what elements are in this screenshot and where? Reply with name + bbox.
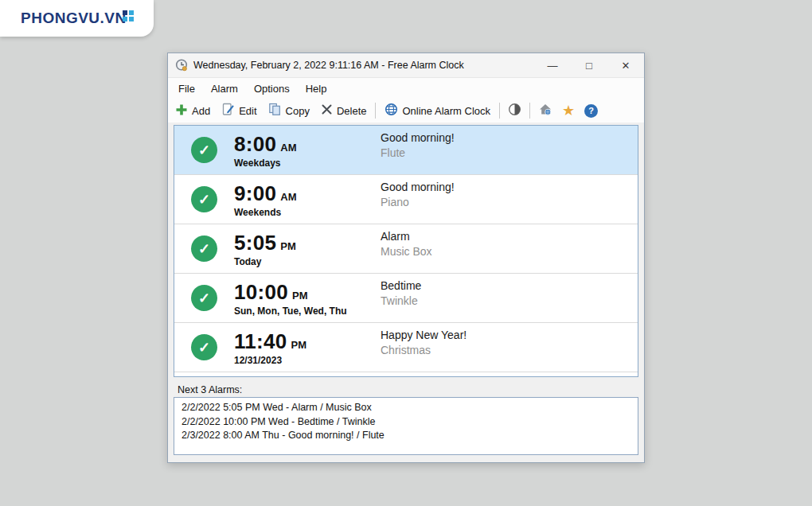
- alarm-info-block: Bedtime Twinkle: [381, 274, 421, 307]
- alarm-time-block: 5:05 PM Today: [234, 231, 338, 267]
- alarm-sound: Piano: [381, 196, 455, 208]
- alarm-schedule: Weekdays: [234, 158, 338, 169]
- alarm-row[interactable]: ✓ 5:05 PM Today Alarm Music Box: [174, 224, 638, 274]
- edit-button[interactable]: Edit: [216, 101, 262, 120]
- star-icon: ★: [562, 103, 575, 118]
- alarm-label: Bedtime: [381, 279, 421, 292]
- help-icon: ?: [584, 104, 598, 118]
- edit-icon: [221, 103, 235, 119]
- alarm-time-block: 11:40 PM 12/31/2023: [234, 329, 338, 366]
- toolbar-separator: [529, 103, 530, 119]
- alarm-time: 5:05: [234, 231, 276, 255]
- globe-icon: [385, 103, 398, 119]
- toolbar-separator: [375, 103, 376, 119]
- menu-help[interactable]: Help: [298, 83, 335, 95]
- logo-squares-icon: [123, 10, 134, 21]
- alarm-schedule: 12/31/2023: [234, 355, 338, 366]
- alarm-sound: Music Box: [381, 245, 432, 258]
- alarm-time: 11:40: [234, 329, 287, 354]
- alarm-time-block: 9:00 AM Weekends: [234, 181, 338, 218]
- alarm-time: 9:00: [234, 181, 276, 206]
- contrast-icon: [508, 103, 521, 119]
- alarm-time-block: 8:00 AM Weekdays: [234, 132, 338, 169]
- alarm-meridiem: AM: [280, 142, 296, 154]
- alarm-sound: Twinkle: [381, 294, 421, 307]
- toolbar-separator: [499, 103, 500, 119]
- alarm-meridiem: AM: [280, 191, 296, 203]
- delete-button[interactable]: Delete: [315, 101, 373, 120]
- alarm-time-block: 10:00 PM Sun, Mon, Tue, Wed, Thu: [234, 280, 338, 317]
- help-button[interactable]: ?: [580, 101, 603, 120]
- menu-bar: File Alarm Options Help: [168, 78, 644, 99]
- next-alarm-entry: 2/3/2022 8:00 AM Thu - Good morning! / F…: [182, 429, 630, 443]
- next-alarms-box: 2/2/2022 5:05 PM Wed - Alarm / Music Box…: [174, 397, 638, 455]
- alarm-schedule: Sun, Mon, Tue, Wed, Thu: [234, 306, 338, 317]
- alarm-label: Alarm: [381, 230, 432, 243]
- window-title: Wednesday, February 2, 2022 9:11:16 AM -…: [193, 60, 464, 71]
- title-bar[interactable]: Wednesday, February 2, 2022 9:11:16 AM -…: [168, 53, 644, 78]
- alarm-label: Good morning!: [381, 131, 455, 144]
- next-alarms-label: Next 3 Alarms:: [178, 384, 644, 395]
- alarm-info-block: Good morning! Piano: [381, 175, 455, 208]
- plus-icon: [175, 103, 188, 119]
- alarm-time: 8:00: [234, 132, 276, 157]
- alarm-meridiem: PM: [280, 240, 296, 252]
- alarm-time: 10:00: [234, 280, 288, 305]
- menu-options[interactable]: Options: [246, 83, 298, 95]
- alarm-meridiem: PM: [291, 339, 307, 351]
- delete-x-icon: [321, 103, 333, 118]
- alarm-row[interactable]: ✓ 11:40 PM 12/31/2023 Happy New Year! Ch…: [174, 323, 638, 372]
- next-alarm-entry: 2/2/2022 5:05 PM Wed - Alarm / Music Box: [182, 401, 630, 415]
- favorite-button[interactable]: ★: [557, 101, 580, 120]
- next-alarm-entry: 2/2/2022 10:00 PM Wed - Bedtime / Twinkl…: [182, 415, 630, 430]
- close-button[interactable]: ✕: [607, 53, 644, 77]
- add-button[interactable]: Add: [170, 101, 216, 120]
- alarm-row[interactable]: ✓ 10:00 PM Sun, Mon, Tue, Wed, Thu Bedti…: [174, 274, 638, 323]
- alarm-enabled-check-icon[interactable]: ✓: [191, 137, 217, 163]
- alarm-list: ✓ 8:00 AM Weekdays Good morning! Flute ✓…: [174, 125, 638, 377]
- alarm-label: Good morning!: [381, 181, 455, 193]
- window-controls: — □ ✕: [534, 53, 644, 77]
- alarm-label: Happy New Year!: [381, 329, 467, 341]
- maximize-button[interactable]: □: [571, 53, 607, 77]
- online-alarm-clock-button[interactable]: Online Alarm Clock: [379, 101, 496, 120]
- contrast-button[interactable]: [503, 101, 526, 120]
- alarm-meridiem: PM: [292, 290, 308, 302]
- alarm-sound: Christmas: [381, 344, 467, 356]
- free-alarm-clock-window: Wednesday, February 2, 2022 9:11:16 AM -…: [167, 53, 645, 463]
- alarm-info-block: Happy New Year! Christmas: [381, 323, 467, 356]
- alarm-clock-icon: [174, 58, 189, 72]
- minimize-button[interactable]: —: [534, 53, 571, 77]
- alarm-schedule: Today: [234, 256, 338, 267]
- alarm-enabled-check-icon[interactable]: ✓: [191, 285, 217, 311]
- alarm-enabled-check-icon[interactable]: ✓: [191, 186, 217, 212]
- homepage-button[interactable]: [533, 101, 557, 120]
- home-globe-icon: [538, 103, 552, 119]
- phongvu-logo: PHONGVU.VN: [0, 0, 154, 37]
- phongvu-logo-text: PHONGVU.VN: [21, 10, 127, 27]
- toolbar: Add Edit Copy: [168, 99, 644, 123]
- menu-file[interactable]: File: [170, 83, 203, 95]
- alarm-enabled-check-icon[interactable]: ✓: [191, 235, 217, 262]
- alarm-info-block: Alarm Music Box: [381, 224, 432, 258]
- alarm-row[interactable]: ✓ 9:00 AM Weekends Good morning! Piano: [174, 175, 638, 224]
- menu-alarm[interactable]: Alarm: [203, 83, 246, 95]
- alarm-row[interactable]: ✓ 8:00 AM Weekdays Good morning! Flute: [174, 126, 638, 175]
- copy-button[interactable]: Copy: [263, 101, 315, 120]
- alarm-info-block: Good morning! Flute: [381, 126, 455, 159]
- copy-icon: [268, 103, 282, 119]
- alarm-sound: Flute: [381, 146, 455, 159]
- alarm-enabled-check-icon[interactable]: ✓: [191, 334, 217, 360]
- alarm-schedule: Weekends: [234, 207, 338, 218]
